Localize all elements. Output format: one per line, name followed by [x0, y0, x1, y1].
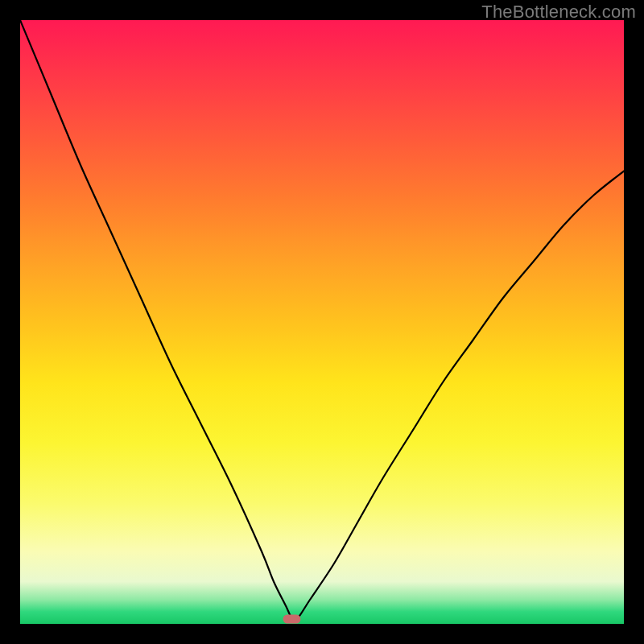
bottleneck-curve — [20, 20, 624, 620]
plot-area — [20, 20, 624, 624]
minimum-marker — [283, 615, 301, 624]
chart-svg — [20, 20, 624, 624]
chart-frame: TheBottleneck.com — [0, 0, 644, 644]
watermark-label: TheBottleneck.com — [481, 2, 636, 23]
